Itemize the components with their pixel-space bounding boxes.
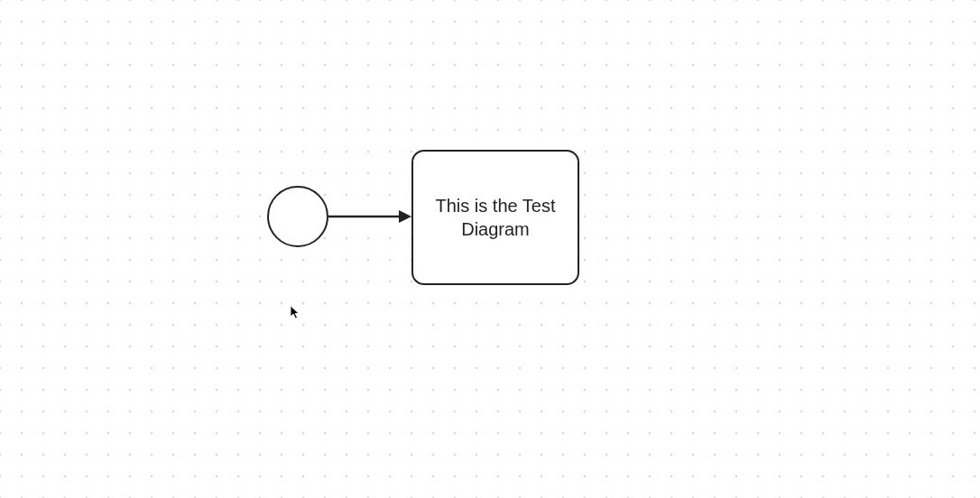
svg-marker-1 bbox=[399, 210, 411, 223]
task-label: This is the Test Diagram bbox=[435, 194, 555, 241]
start-event-node[interactable] bbox=[267, 186, 328, 247]
task-node[interactable]: This is the Test Diagram bbox=[411, 150, 579, 285]
cursor-icon bbox=[289, 305, 303, 319]
sequence-flow-connector[interactable] bbox=[328, 208, 411, 226]
diagram-canvas[interactable]: This is the Test Diagram bbox=[0, 0, 980, 498]
